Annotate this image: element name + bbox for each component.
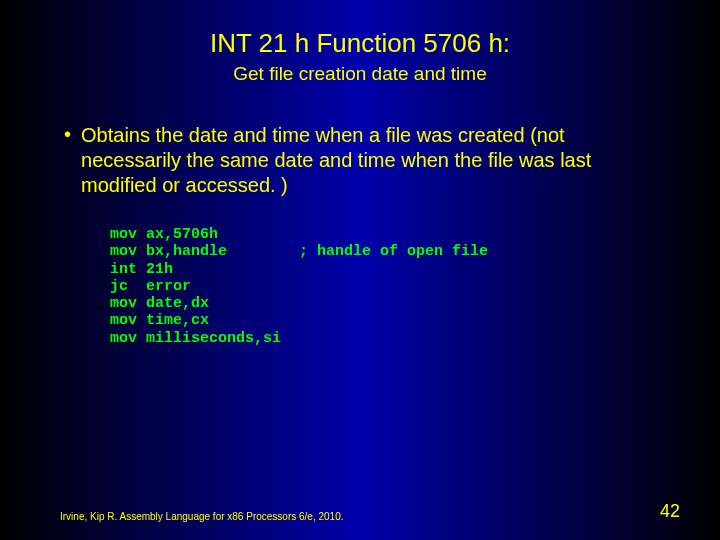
bullet-item: • Obtains the date and time when a file … <box>60 123 660 198</box>
footer: Irvine, Kip R. Assembly Language for x86… <box>60 501 680 522</box>
slide-title: INT 21 h Function 5706 h: <box>0 0 720 59</box>
bullet-text: Obtains the date and time when a file wa… <box>81 123 660 198</box>
slide-subtitle: Get file creation date and time <box>0 59 720 85</box>
footer-citation: Irvine, Kip R. Assembly Language for x86… <box>60 511 344 522</box>
content-area: • Obtains the date and time when a file … <box>0 85 720 347</box>
page-number: 42 <box>660 501 680 522</box>
bullet-marker: • <box>60 123 81 145</box>
code-block: mov ax,5706h mov bx,handle ; handle of o… <box>60 198 660 347</box>
